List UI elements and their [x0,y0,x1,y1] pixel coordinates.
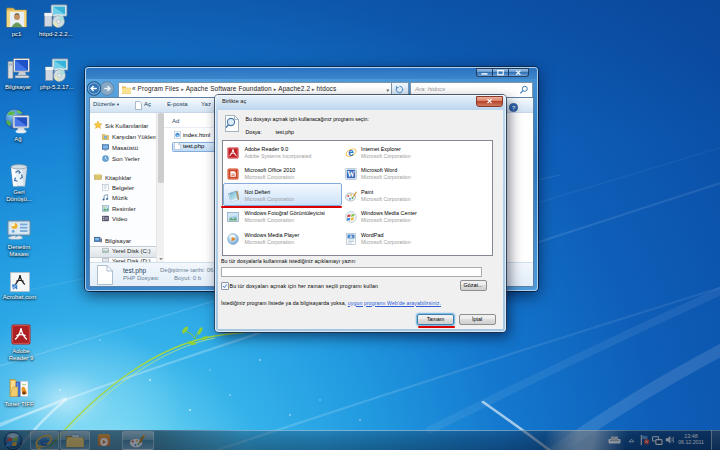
svg-text:W: W [347,170,355,179]
svg-text:e: e [348,147,354,158]
svg-text:e: e [176,132,178,137]
svg-text:?: ? [512,104,515,110]
